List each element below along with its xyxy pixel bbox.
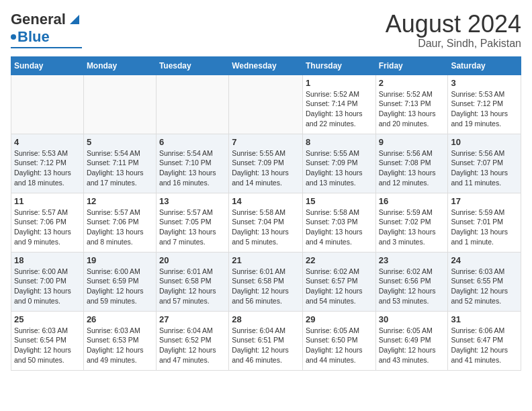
- calendar-cell: 15Sunrise: 5:58 AM Sunset: 7:03 PM Dayli…: [302, 193, 375, 252]
- calendar-cell: 8Sunrise: 5:55 AM Sunset: 7:09 PM Daylig…: [302, 134, 375, 193]
- weekday-row: SundayMondayTuesdayWednesdayThursdayFrid…: [11, 56, 521, 75]
- day-info: Sunrise: 5:54 AM Sunset: 7:10 PM Dayligh…: [159, 148, 226, 188]
- day-number: 29: [306, 314, 373, 324]
- weekday-header: Thursday: [302, 56, 375, 75]
- day-info: Sunrise: 5:53 AM Sunset: 7:12 PM Dayligh…: [14, 148, 81, 188]
- weekday-header: Sunday: [11, 56, 84, 75]
- logo-underline: [11, 47, 82, 48]
- day-number: 17: [451, 196, 518, 206]
- calendar-cell: 27Sunrise: 6:04 AM Sunset: 6:52 PM Dayli…: [156, 311, 228, 370]
- day-info: Sunrise: 5:53 AM Sunset: 7:12 PM Dayligh…: [451, 89, 518, 129]
- calendar-cell: 5Sunrise: 5:54 AM Sunset: 7:11 PM Daylig…: [83, 134, 156, 193]
- day-info: Sunrise: 5:54 AM Sunset: 7:11 PM Dayligh…: [87, 148, 153, 188]
- day-info: Sunrise: 5:58 AM Sunset: 7:04 PM Dayligh…: [232, 208, 300, 247]
- day-number: 30: [379, 314, 445, 324]
- day-number: 20: [159, 255, 226, 265]
- day-info: Sunrise: 5:52 AM Sunset: 7:13 PM Dayligh…: [379, 89, 445, 129]
- day-number: 9: [379, 137, 445, 147]
- day-number: 11: [14, 196, 81, 206]
- day-number: 26: [87, 314, 153, 324]
- logo-dot: [11, 34, 16, 40]
- day-number: 18: [14, 255, 81, 265]
- calendar-cell: 2Sunrise: 5:52 AM Sunset: 7:13 PM Daylig…: [375, 75, 448, 134]
- day-number: 14: [232, 196, 300, 206]
- day-info: Sunrise: 6:03 AM Sunset: 6:55 PM Dayligh…: [451, 267, 518, 306]
- day-info: Sunrise: 5:55 AM Sunset: 7:09 PM Dayligh…: [232, 148, 300, 188]
- calendar-cell: 22Sunrise: 6:02 AM Sunset: 6:57 PM Dayli…: [302, 252, 375, 311]
- calendar-cell: 24Sunrise: 6:03 AM Sunset: 6:55 PM Dayli…: [448, 252, 521, 311]
- day-info: Sunrise: 6:02 AM Sunset: 6:56 PM Dayligh…: [379, 267, 445, 306]
- calendar-week-row: 11Sunrise: 5:57 AM Sunset: 7:06 PM Dayli…: [11, 193, 521, 252]
- calendar-week-row: 25Sunrise: 6:03 AM Sunset: 6:54 PM Dayli…: [11, 311, 521, 370]
- day-number: 31: [451, 314, 518, 324]
- weekday-header: Wednesday: [229, 56, 303, 75]
- day-number: 4: [14, 137, 81, 147]
- day-info: Sunrise: 6:05 AM Sunset: 6:49 PM Dayligh…: [379, 326, 445, 365]
- day-number: 25: [14, 314, 81, 324]
- day-info: Sunrise: 6:03 AM Sunset: 6:53 PM Dayligh…: [87, 326, 153, 365]
- day-number: 3: [451, 78, 518, 88]
- logo-blue: Blue: [17, 28, 50, 46]
- day-info: Sunrise: 5:59 AM Sunset: 7:01 PM Dayligh…: [451, 208, 518, 247]
- logo-arrow-icon: [67, 12, 82, 27]
- weekday-header: Monday: [83, 56, 156, 75]
- day-number: 12: [87, 196, 153, 206]
- day-number: 6: [159, 137, 226, 147]
- title-block: August 2024 Daur, Sindh, Pakistan: [386, 11, 521, 50]
- calendar-cell: [83, 75, 156, 134]
- calendar-cell: 28Sunrise: 6:04 AM Sunset: 6:51 PM Dayli…: [229, 311, 303, 370]
- calendar-cell: 6Sunrise: 5:54 AM Sunset: 7:10 PM Daylig…: [156, 134, 228, 193]
- page-header: General Blue August 2024 Daur, Sindh, Pa…: [11, 11, 521, 50]
- day-info: Sunrise: 5:56 AM Sunset: 7:07 PM Dayligh…: [451, 148, 518, 188]
- day-info: Sunrise: 6:03 AM Sunset: 6:54 PM Dayligh…: [14, 326, 81, 365]
- weekday-header: Tuesday: [156, 56, 228, 75]
- calendar-week-row: 4Sunrise: 5:53 AM Sunset: 7:12 PM Daylig…: [11, 134, 521, 193]
- day-number: 13: [159, 196, 226, 206]
- day-info: Sunrise: 6:04 AM Sunset: 6:52 PM Dayligh…: [159, 326, 226, 365]
- calendar-week-row: 1Sunrise: 5:52 AM Sunset: 7:14 PM Daylig…: [11, 75, 521, 134]
- day-number: 22: [306, 255, 373, 265]
- day-number: 21: [232, 255, 300, 265]
- day-info: Sunrise: 5:57 AM Sunset: 7:06 PM Dayligh…: [87, 208, 153, 247]
- day-info: Sunrise: 6:00 AM Sunset: 7:00 PM Dayligh…: [14, 267, 81, 306]
- calendar-cell: 30Sunrise: 6:05 AM Sunset: 6:49 PM Dayli…: [375, 311, 448, 370]
- weekday-header: Friday: [375, 56, 448, 75]
- day-number: 5: [87, 137, 153, 147]
- calendar-cell: 29Sunrise: 6:05 AM Sunset: 6:50 PM Dayli…: [302, 311, 375, 370]
- day-number: 2: [379, 78, 445, 88]
- calendar-cell: 26Sunrise: 6:03 AM Sunset: 6:53 PM Dayli…: [83, 311, 156, 370]
- calendar-cell: 13Sunrise: 5:57 AM Sunset: 7:05 PM Dayli…: [156, 193, 228, 252]
- calendar-cell: 12Sunrise: 5:57 AM Sunset: 7:06 PM Dayli…: [83, 193, 156, 252]
- day-number: 8: [306, 137, 373, 147]
- main-title: August 2024: [386, 11, 521, 38]
- calendar-cell: 18Sunrise: 6:00 AM Sunset: 7:00 PM Dayli…: [11, 252, 84, 311]
- calendar-cell: 25Sunrise: 6:03 AM Sunset: 6:54 PM Dayli…: [11, 311, 84, 370]
- calendar-body: 1Sunrise: 5:52 AM Sunset: 7:14 PM Daylig…: [11, 75, 521, 370]
- calendar-cell: 16Sunrise: 5:59 AM Sunset: 7:02 PM Dayli…: [375, 193, 448, 252]
- calendar-cell: 10Sunrise: 5:56 AM Sunset: 7:07 PM Dayli…: [448, 134, 521, 193]
- day-info: Sunrise: 6:05 AM Sunset: 6:50 PM Dayligh…: [306, 326, 373, 365]
- day-info: Sunrise: 5:52 AM Sunset: 7:14 PM Dayligh…: [306, 89, 373, 129]
- day-info: Sunrise: 5:59 AM Sunset: 7:02 PM Dayligh…: [379, 208, 445, 247]
- day-number: 1: [306, 78, 373, 88]
- calendar-week-row: 18Sunrise: 6:00 AM Sunset: 7:00 PM Dayli…: [11, 252, 521, 311]
- logo: General Blue: [11, 11, 82, 48]
- day-info: Sunrise: 5:56 AM Sunset: 7:08 PM Dayligh…: [379, 148, 445, 188]
- day-info: Sunrise: 6:06 AM Sunset: 6:47 PM Dayligh…: [451, 326, 518, 365]
- day-info: Sunrise: 6:01 AM Sunset: 6:58 PM Dayligh…: [232, 267, 300, 306]
- day-number: 10: [451, 137, 518, 147]
- calendar-header: SundayMondayTuesdayWednesdayThursdayFrid…: [11, 56, 521, 75]
- calendar-cell: [156, 75, 228, 134]
- calendar-cell: 7Sunrise: 5:55 AM Sunset: 7:09 PM Daylig…: [229, 134, 303, 193]
- day-info: Sunrise: 6:00 AM Sunset: 6:59 PM Dayligh…: [87, 267, 153, 306]
- calendar-cell: 3Sunrise: 5:53 AM Sunset: 7:12 PM Daylig…: [448, 75, 521, 134]
- day-number: 19: [87, 255, 153, 265]
- svg-marker-0: [70, 15, 79, 24]
- logo-general: General: [11, 11, 66, 28]
- day-number: 27: [159, 314, 226, 324]
- day-info: Sunrise: 5:57 AM Sunset: 7:05 PM Dayligh…: [159, 208, 226, 247]
- calendar-table: SundayMondayTuesdayWednesdayThursdayFrid…: [11, 56, 521, 371]
- calendar-cell: 14Sunrise: 5:58 AM Sunset: 7:04 PM Dayli…: [229, 193, 303, 252]
- calendar-cell: 1Sunrise: 5:52 AM Sunset: 7:14 PM Daylig…: [302, 75, 375, 134]
- calendar-cell: [11, 75, 84, 134]
